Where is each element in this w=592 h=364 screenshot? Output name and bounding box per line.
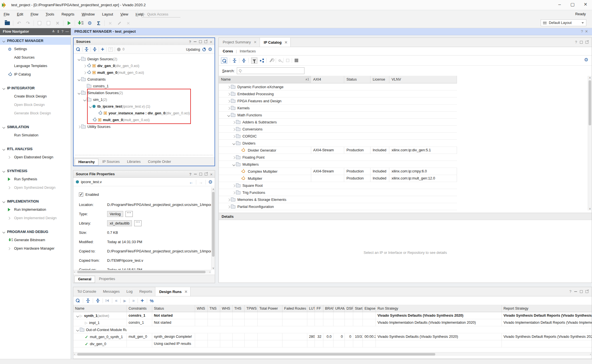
chevron-right-icon[interactable]: [227, 92, 231, 96]
chevron-down-icon[interactable]: [77, 91, 81, 95]
catalog-row-embedded-processing[interactable]: Embedded Processing: [219, 90, 457, 97]
column-header-bram[interactable]: BRAM: [323, 305, 333, 312]
help-icon[interactable]: ?: [575, 40, 577, 44]
toolbar-undo-button[interactable]: ↶: [15, 19, 23, 27]
horizontal-scrollbar[interactable]: ‹ ›: [73, 352, 592, 356]
flownav-item-ip-catalog[interactable]: IP Catalog: [0, 70, 71, 79]
column-header-start[interactable]: Start: [353, 305, 363, 312]
tab-log[interactable]: Log: [122, 287, 135, 296]
minimize-icon[interactable]: —: [65, 30, 69, 33]
filter-icon[interactable]: [251, 57, 257, 64]
help-icon[interactable]: ?: [189, 38, 191, 45]
sources-tab-hierarchy[interactable]: Hierarchy: [75, 159, 98, 166]
catalog-row-floating-point[interactable]: Floating Point: [219, 154, 457, 161]
scroll-right-icon[interactable]: ›: [209, 270, 210, 274]
flownav-item-create-block-design[interactable]: Create Block Design: [0, 92, 71, 101]
horizontal-scrollbar[interactable]: ‹ ›: [73, 270, 211, 274]
catalog-row-memories-storage-elements[interactable]: Memories & Storage Elements: [219, 196, 457, 203]
column-header-axi4[interactable]: AXI4: [311, 76, 344, 83]
column-header-total_power[interactable]: Total Power: [258, 305, 282, 312]
design-run-row-out-of-context-module-runs[interactable]: Out-of-Context Module Runs: [73, 326, 592, 333]
chevron-down-icon[interactable]: [3, 147, 7, 151]
column-header-ff[interactable]: FF: [315, 305, 323, 312]
catalog-search-input[interactable]: Q·: [237, 67, 304, 74]
chevron-right-icon[interactable]: [83, 70, 87, 75]
maximize-icon[interactable]: [199, 40, 202, 43]
chevron-right-icon[interactable]: [227, 99, 231, 103]
column-header-wns[interactable]: WNS: [195, 305, 208, 312]
menu-flow[interactable]: Flow: [27, 10, 42, 18]
collapse-all-icon[interactable]: [85, 49, 88, 50]
help-icon[interactable]: ?: [569, 289, 571, 294]
tree-item-mult-gen-0[interactable]: mult_gen_0 (mult_gen_0.xci): [74, 69, 211, 76]
tab-reports[interactable]: Reports: [135, 287, 155, 296]
toolbar-sum-button[interactable]: Σ: [94, 19, 103, 27]
catalog-view-interfaces[interactable]: Interfaces: [240, 49, 256, 53]
details-header[interactable]: Details: [219, 213, 592, 220]
toolbar-run-button[interactable]: [65, 19, 73, 27]
search-icon[interactable]: [76, 298, 80, 303]
tree-item-design-sources[interactable]: Design Sources (2): [74, 56, 211, 62]
group-by-hierarchy-icon[interactable]: [260, 59, 264, 63]
column-header-lut[interactable]: LUT: [307, 305, 315, 312]
scrollbar-thumb[interactable]: [77, 353, 435, 356]
chevron-down-icon[interactable]: [3, 169, 7, 173]
maximize-icon[interactable]: [580, 41, 583, 44]
menu-reports[interactable]: Reports: [58, 10, 78, 18]
create-runs-icon[interactable]: +: [141, 298, 144, 303]
details-toggle-icon[interactable]: [295, 59, 298, 62]
catalog-row-fpga-features-and-design[interactable]: FPGA Features and Design: [219, 97, 457, 105]
flow-section-rtl-analysis[interactable]: RTL ANALYSIS: [0, 145, 71, 153]
design-run-row-impl-1[interactable]: ▷impl_1constrs_1Not startedVivado Implem…: [73, 319, 592, 326]
vertical-scrollbar[interactable]: ∧ ∨: [588, 76, 591, 210]
flownav-item-settings[interactable]: ⚙Settings: [0, 45, 71, 53]
scroll-left-icon[interactable]: ‹: [74, 270, 75, 274]
tree-item-div-gen-0[interactable]: div_gen_0 (div_gen_0.xci): [74, 62, 211, 69]
tree-item-constrs-1[interactable]: constrs_1: [74, 83, 211, 89]
float-icon[interactable]: [204, 40, 207, 43]
chevron-down-icon[interactable]: [3, 230, 7, 234]
column-header-name[interactable]: Name∧1: [219, 76, 311, 83]
close-icon[interactable]: ✕: [184, 287, 187, 296]
collapse-all-icon[interactable]: ≚: [52, 30, 55, 33]
catalog-view-cores[interactable]: Cores: [223, 49, 233, 53]
float-icon[interactable]: [586, 290, 588, 293]
tab-ip-catalog[interactable]: IP Catalog✕: [260, 37, 291, 47]
chevron-down-icon[interactable]: [3, 125, 7, 129]
enabled-checkbox[interactable]: [79, 192, 83, 197]
quick-access-input[interactable]: Q·Quick Access: [142, 12, 180, 17]
column-header-status[interactable]: Status: [344, 76, 370, 83]
menu-edit[interactable]: Edit: [13, 10, 27, 18]
properties-tab-properties[interactable]: Properties: [96, 276, 118, 283]
scroll-up-icon[interactable]: ∧: [212, 187, 214, 191]
toolbar-settings-gear-button[interactable]: ⚙: [85, 19, 94, 27]
properties-panel-header[interactable]: Source File Properties ?×: [73, 170, 215, 178]
toolbar-copy-button[interactable]: [35, 19, 44, 27]
tree-item-utility-sources[interactable]: Utility Sources: [74, 123, 211, 130]
column-header-license[interactable]: License: [370, 76, 389, 83]
toolbar-paste-button[interactable]: [44, 19, 53, 27]
flow-section-ip-integrator[interactable]: IP INTEGRATOR: [0, 84, 71, 92]
back-icon[interactable]: ←: [189, 180, 193, 184]
column-header-elapsed[interactable]: Elapsed: [363, 305, 376, 312]
property-value-box[interactable]: Verilog: [107, 211, 123, 217]
catalog-row-cordic[interactable]: CORDIC: [219, 133, 457, 140]
flownav-item-run-synthesis[interactable]: Run Synthesis: [0, 175, 71, 183]
chevron-right-icon[interactable]: [232, 127, 236, 131]
column-header-status[interactable]: Status: [152, 305, 195, 312]
column-header-dsp[interactable]: DSP: [345, 305, 353, 312]
flownav-item-language-templates[interactable]: Language Templates: [0, 62, 71, 70]
layout-selector[interactable]: Default Layout: [541, 19, 586, 26]
flownav-item-run-simulation[interactable]: Run Simulation: [0, 131, 71, 139]
menu-tools[interactable]: Tools: [42, 10, 58, 18]
column-header-report_strategy[interactable]: Report Strategy: [502, 305, 592, 312]
chevron-down-icon[interactable]: [83, 97, 87, 102]
catalog-row-multipliers[interactable]: Multipliers: [219, 161, 457, 168]
flow-section-implementation[interactable]: IMPLEMENTATION: [0, 197, 71, 205]
search-icon[interactable]: [76, 47, 80, 52]
properties-tab-general[interactable]: General: [74, 276, 95, 283]
scroll-right-icon[interactable]: ›: [590, 352, 591, 356]
close-icon[interactable]: ✕: [284, 38, 288, 47]
refresh-icon[interactable]: [202, 48, 206, 51]
float-icon[interactable]: [205, 173, 207, 176]
